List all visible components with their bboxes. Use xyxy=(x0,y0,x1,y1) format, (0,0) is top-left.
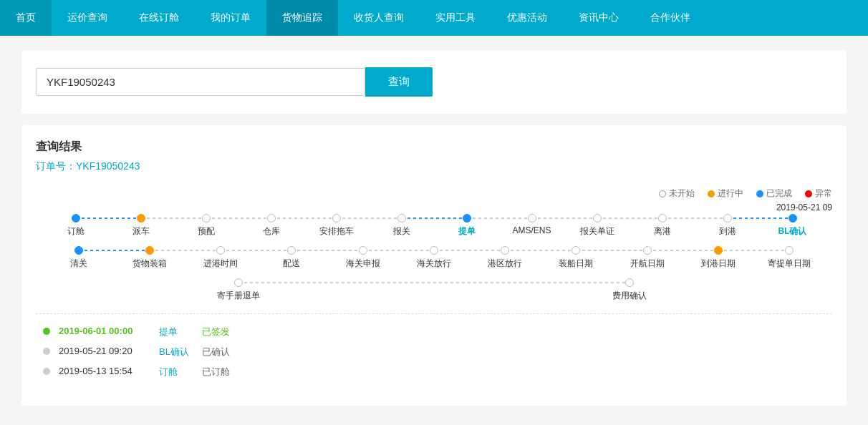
in-progress-icon xyxy=(708,190,715,197)
timeline-node xyxy=(72,214,80,223)
log-item: 2019-05-21 09:20BL确认已确认 xyxy=(43,346,825,358)
timeline-wrapper: 订舱派车预配仓库安排拖车报关提单AMS/ENS报关单证离港到港BL确认 清关货物… xyxy=(36,214,832,302)
timeline-node xyxy=(332,214,341,223)
timeline-step: 寄提单日期 xyxy=(754,246,825,270)
log-item: 2019-06-01 00:00提单已签发 xyxy=(43,326,825,338)
search-section: 查询 xyxy=(21,50,847,114)
nav-item-实用工具[interactable]: 实用工具 xyxy=(420,0,491,36)
timeline-node xyxy=(137,214,145,223)
nav-item-资讯中心[interactable]: 资讯中心 xyxy=(563,0,635,36)
nav-item-货物追踪[interactable]: 货物追踪 xyxy=(266,0,338,36)
log-list: 2019-06-01 00:00提单已签发2019-05-21 09:20BL确… xyxy=(36,326,832,378)
legend-completed: 已完成 xyxy=(756,187,792,200)
timeline-node xyxy=(593,214,602,223)
timeline-label: 清关 xyxy=(70,258,87,270)
timeline-row-3: 寄手册退单费用确认 xyxy=(43,278,825,302)
timeline-label: 提单 xyxy=(458,225,476,238)
log-dot xyxy=(43,348,50,355)
log-dot xyxy=(43,328,50,335)
not-started-icon xyxy=(659,190,666,197)
timeline-label: 寄手册退单 xyxy=(217,290,260,302)
main-nav: 首页运价查询在线订舱我的订单货物追踪收货人查询实用工具优惠活动资讯中心合作伙伴 xyxy=(0,0,868,36)
log-status: 已订舱 xyxy=(202,366,230,378)
timeline-node xyxy=(287,246,296,255)
timeline-row-2: 清关货物装箱进港时间配送海关申报海关放行港区放行装船日期开航日期到港日期寄提单日… xyxy=(43,246,825,270)
timeline-row-1: 订舱派车预配仓库安排拖车报关提单AMS/ENS报关单证离港到港BL确认 xyxy=(43,214,825,238)
timeline-label: 报关 xyxy=(393,225,410,238)
timeline-label: 安排拖车 xyxy=(319,225,354,238)
log-status: 已确认 xyxy=(202,346,230,358)
timeline-node xyxy=(572,246,580,255)
log-time: 2019-05-21 09:20 xyxy=(59,346,159,356)
completed-icon xyxy=(756,190,763,197)
timeline-node xyxy=(528,214,536,223)
timeline-label: 海关放行 xyxy=(417,258,451,270)
timeline-label: AMS/ENS xyxy=(512,225,551,235)
timeline-label: 港区放行 xyxy=(488,258,522,270)
timeline-node xyxy=(267,214,276,223)
nav-item-合作伙伴[interactable]: 合作伙伴 xyxy=(635,0,706,36)
nav-item-收货人查询[interactable]: 收货人查询 xyxy=(338,0,420,36)
log-time: 2019-05-13 15:54 xyxy=(59,366,159,376)
timeline-node xyxy=(714,246,723,255)
timeline-node xyxy=(625,278,634,287)
timeline-node xyxy=(643,246,652,255)
timeline-label: 货物装箱 xyxy=(132,258,167,270)
nav-item-首页[interactable]: 首页 xyxy=(0,0,52,36)
timeline-node xyxy=(145,246,154,255)
timeline-step: BL确认 xyxy=(760,214,825,238)
timeline-node xyxy=(785,246,794,255)
timeline-label: 开航日期 xyxy=(630,258,665,270)
order-number: 订单号：YKF19050243 xyxy=(36,160,832,173)
timeline-label: 预配 xyxy=(198,225,215,238)
timeline-label: BL确认 xyxy=(778,225,807,238)
legend-not-started: 未开始 xyxy=(659,187,695,200)
timeline-label: 订舱 xyxy=(67,225,85,238)
log-item: 2019-05-13 15:54订舱已订舱 xyxy=(43,366,825,378)
timeline-label: 进港时间 xyxy=(203,258,238,270)
timeline-label: 到港 xyxy=(719,225,736,238)
timeline-node xyxy=(723,214,732,223)
nav-item-我的订单[interactable]: 我的订单 xyxy=(195,0,266,36)
log-dot xyxy=(43,368,50,375)
timeline-node xyxy=(463,214,471,223)
timeline-node xyxy=(359,246,367,255)
timeline-label: 派车 xyxy=(132,225,150,238)
result-title: 查询结果 xyxy=(36,140,832,155)
timeline-node xyxy=(501,246,509,255)
timeline-node xyxy=(202,214,211,223)
timeline-label: 仓库 xyxy=(263,225,280,238)
timeline-label: 报关单证 xyxy=(580,225,614,238)
date-note: 2019-05-21 09 xyxy=(36,202,832,212)
log-type: 提单 xyxy=(159,326,202,338)
timeline-label: 寄提单日期 xyxy=(768,258,811,270)
timeline-node xyxy=(74,246,83,255)
timeline-node xyxy=(789,214,797,223)
legend: 未开始 进行中 已完成 异常 xyxy=(36,187,832,200)
search-button[interactable]: 查询 xyxy=(365,67,433,97)
timeline-node xyxy=(430,246,438,255)
log-time: 2019-06-01 00:00 xyxy=(59,326,159,336)
timeline-step: 费用确认 xyxy=(434,278,825,302)
divider xyxy=(36,313,832,314)
nav-item-在线订舱[interactable]: 在线订舱 xyxy=(123,0,195,36)
timeline-label: 配送 xyxy=(283,258,300,270)
legend-abnormal: 异常 xyxy=(805,187,832,200)
timeline-node xyxy=(216,246,225,255)
search-input[interactable] xyxy=(36,68,365,96)
timeline-node xyxy=(234,278,243,287)
timeline-label: 离港 xyxy=(654,225,671,238)
log-type: BL确认 xyxy=(159,346,202,358)
timeline-label: 到港日期 xyxy=(701,258,736,270)
log-status: 已签发 xyxy=(202,326,230,338)
nav-item-运价查询[interactable]: 运价查询 xyxy=(52,0,123,36)
timeline-label: 海关申报 xyxy=(346,258,380,270)
timeline-node xyxy=(658,214,667,223)
log-type: 订舱 xyxy=(159,366,202,378)
timeline-label: 费用确认 xyxy=(612,290,647,302)
legend-in-progress: 进行中 xyxy=(708,187,743,200)
result-section: 查询结果 订单号：YKF19050243 未开始 进行中 已完成 异常 2019 xyxy=(21,125,847,406)
timeline-node xyxy=(397,214,406,223)
abnormal-icon xyxy=(805,190,812,197)
nav-item-优惠活动[interactable]: 优惠活动 xyxy=(491,0,563,36)
